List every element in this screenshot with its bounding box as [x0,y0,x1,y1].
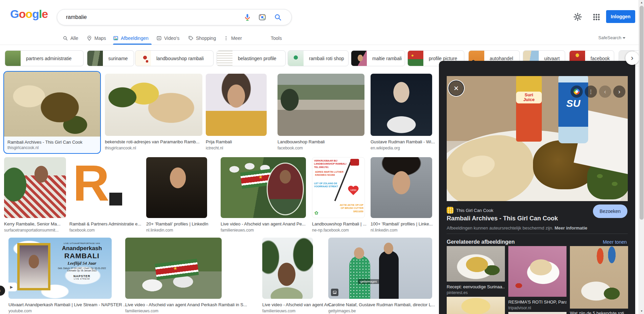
result-tile[interactable]: R Rambali & Partners Administratie e... … [69,157,140,233]
result-domain: nl.linkedin.com [371,228,432,233]
tab-maps[interactable]: Maps [87,34,106,42]
search-input[interactable] [65,9,229,25]
preview-title[interactable]: Rambali Archives - This Girl Can Cook [447,215,558,222]
result-image[interactable]: ★ [221,157,306,218]
result-title[interactable]: Live video - Afscheid van agent Anand Pe… [125,302,222,307]
chip-partners-administratie[interactable]: partners administratie [5,50,84,66]
result-tile[interactable]: ★ Live video - Afscheid van agent Anand … [221,157,306,233]
related-image[interactable] [447,246,505,282]
tab-meer[interactable]: Meer [223,34,242,42]
source-name[interactable]: This Girl Can Cook [456,208,493,213]
result-domain: thisgirlcancook.nl [105,146,202,150]
result-title[interactable]: 100+ 'Rambali' profiles | Linke... [371,221,432,226]
show-more-link[interactable]: Meer tonen [603,239,627,245]
banner-line: LIVE UITVAARTREPORTAGE VAN [54,242,110,244]
result-image[interactable] [206,74,267,136]
scrollbar-thumb[interactable] [640,6,644,220]
result-domain: familienieuws.com [125,309,222,313]
google-lens-icon[interactable] [571,86,583,98]
related-image[interactable] [447,297,505,314]
result-title[interactable]: Rambali & Partners Administratie e... [69,221,140,226]
next-image-icon[interactable]: › [613,86,625,98]
result-tile[interactable]: LIVE UITVAARTREPORTAGE VAN Anandperkash … [8,238,112,313]
chip-label: landbouwshop rambali [151,56,209,61]
page-scroll-left-button[interactable]: ‹ [0,286,5,296]
result-tile-selected[interactable]: Rambali Archives - This Girl Can Cook th… [3,71,101,154]
chip-thumbnail [87,51,103,66]
lens-camera-icon[interactable] [258,13,266,21]
result-image[interactable] [371,74,432,136]
result-title[interactable]: Caroline Nataf, Gustave Rudman Rambali, … [328,302,432,307]
chip-rambali-roti-shop[interactable]: rambali roti shop [288,50,349,66]
close-icon[interactable]: ✕ [449,81,463,95]
related-title[interactable]: Recept: eenvoudige Surinaa... [447,284,505,289]
result-title[interactable]: Uitvaart Anandperkash Rambali | Live Str… [8,302,112,307]
result-title[interactable]: Kerry Rambalie, Senior Ma... [4,221,66,226]
result-image[interactable] [146,157,207,218]
tab-alle[interactable]: Alle [63,34,78,42]
scrollbar-up-arrow[interactable]: ▲ [639,0,644,5]
more-options-icon[interactable]: ⋮ [585,86,597,98]
voice-search-icon[interactable] [243,13,251,21]
result-tile[interactable]: gettyimages Caroline Nataf, Gustave Rudm… [328,238,432,313]
tab-afbeeldingen[interactable]: Afbeeldingen [113,34,149,42]
result-image[interactable] [262,238,313,299]
result-tile[interactable]: Prija Rambali ictrecht.nl [206,74,267,150]
result-domain: surfacetransportationsummit... [4,228,66,233]
result-image[interactable]: ★ [125,238,222,299]
result-title[interactable]: Rambali Archives - This Girl Can Cook [7,140,97,145]
chips-scroll-right-button[interactable]: › [625,51,639,65]
result-image[interactable] [277,74,364,136]
safesearch-menu[interactable]: SafeSearch [598,35,625,40]
search-submit-icon[interactable] [274,13,282,21]
result-image[interactable]: gettyimages [328,238,432,299]
result-title[interactable]: Live video - Afscheid van agent An... [262,302,313,307]
result-tile[interactable]: VERKRIJGBAAR BIJ LANDBOUWSHOP RAMBALI TE… [312,157,365,233]
result-image[interactable] [4,157,66,218]
result-image[interactable]: R [69,157,140,218]
result-title[interactable]: Landbouwshop Rambali | ... [312,221,365,226]
result-image[interactable]: LIVE UITVAARTREPORTAGE VAN Anandperkash … [8,238,112,299]
result-title[interactable]: 20+ 'Rambali' profiles | LinkedIn [146,221,207,226]
result-tile[interactable]: Landbouwshop Rambali facebook.com [277,74,364,150]
sprout-art: ✿ [314,210,318,216]
result-tile[interactable]: 100+ 'Rambali' profiles | Linke... nl.li… [371,157,432,233]
result-tile[interactable]: Live video - Afscheid van agent An... fa… [262,238,313,313]
result-tile[interactable]: Kerry Rambalie, Senior Ma... surfacetran… [4,157,66,233]
related-title[interactable]: Wat zijn de 5 bekendste roti... [570,311,628,314]
tab-shopping[interactable]: Shopping [188,34,216,42]
chip-label: suriname [103,56,133,61]
result-image[interactable] [371,157,432,218]
result-title[interactable]: Prija Rambali [206,139,267,144]
page-scrollbar[interactable]: ▲ ▼ [639,0,644,314]
visit-button[interactable]: Bezoeken [593,204,627,218]
copyright-link[interactable]: Meer informatie [555,225,587,231]
settings-gear-icon[interactable] [573,13,582,21]
result-image[interactable]: VERKRIJGBAAR BIJ LANDBOUWSHOP RAMBALI TE… [312,157,365,218]
result-title[interactable]: Live video - Afscheid van agent Anand Pe… [221,221,306,226]
tab-videos[interactable]: Video's [156,34,179,42]
previous-image-icon[interactable]: ‹ [599,86,611,98]
result-tile[interactable]: bekendste roti-adresjes van Paramaribo R… [105,74,202,150]
tools-button[interactable]: Tools [271,34,282,42]
result-title[interactable]: Gustave Rudman Rambali - Wi... [371,139,432,144]
chip-suriname[interactable]: suriname [87,50,134,66]
related-title[interactable]: RESHMA'S ROTI SHOP, Para... [508,299,567,305]
related-image[interactable] [508,312,567,314]
result-image[interactable] [105,74,202,136]
result-title[interactable]: Landbouwshop Rambali [277,139,364,144]
result-tile[interactable]: ★ Live video - Afscheid van agent Anand … [125,238,222,313]
chip-belastingen-profile[interactable]: belastingen profile [217,50,286,66]
chip-landbouwshop-rambali[interactable]: landbouwshop rambali [135,50,214,66]
scrollbar-down-arrow[interactable]: ▼ [639,309,644,314]
related-image[interactable] [508,246,567,297]
chip-maltie-rambali[interactable]: maltie rambali [351,50,405,66]
sign-in-button[interactable]: Inloggen [606,10,635,23]
result-tile[interactable]: 20+ 'Rambali' profiles | LinkedIn nl.lin… [146,157,207,233]
result-title[interactable]: bekendste roti-adresjes van Paramaribo R… [105,139,202,144]
result-image[interactable] [4,72,100,137]
google-apps-icon[interactable] [593,14,600,20]
result-tile[interactable]: Gustave Rudman Rambali - Wi... en.wikipe… [371,74,432,150]
google-logo[interactable]: Google [10,7,48,21]
related-image[interactable] [570,246,628,309]
